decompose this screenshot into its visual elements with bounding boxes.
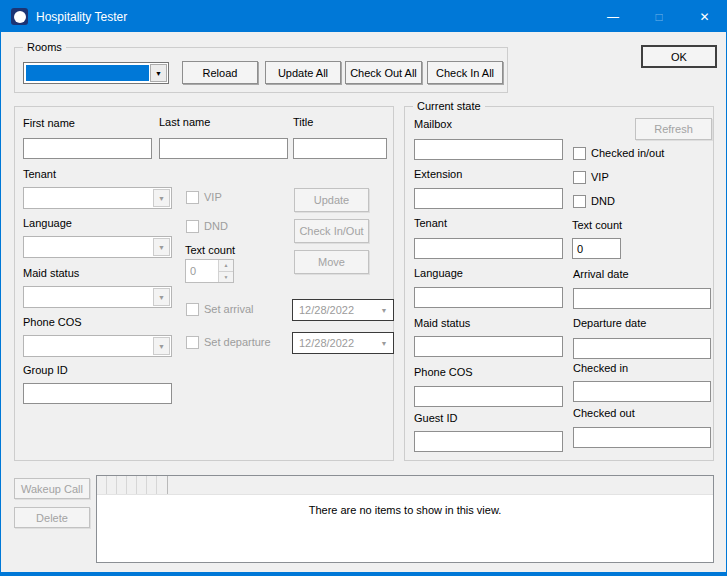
- ok-button[interactable]: OK: [641, 45, 717, 68]
- update-all-button[interactable]: Update All: [265, 61, 341, 84]
- state-tenant-input[interactable]: [414, 238, 563, 259]
- state-vip-checkbox[interactable]: [573, 171, 586, 184]
- departure-date-value: 12/28/2022: [299, 337, 377, 349]
- extension-input[interactable]: [414, 188, 563, 209]
- state-dnd-label: DND: [591, 195, 615, 207]
- chevron-down-icon[interactable]: ▼: [153, 238, 170, 256]
- last-name-label: Last name: [159, 116, 210, 128]
- phone-cos-combobox-selection: [26, 338, 152, 354]
- listview-column[interactable]: [127, 476, 137, 494]
- maid-status-combobox[interactable]: ▼: [23, 286, 172, 308]
- spinner-buttons: ▲ ▼: [218, 260, 233, 282]
- title-label: Title: [293, 116, 313, 128]
- check-out-all-button[interactable]: Check Out All: [345, 61, 422, 84]
- listview-column[interactable]: [157, 476, 167, 494]
- current-state-group: Current state Refresh Mailbox Checked in…: [404, 106, 714, 461]
- reload-button[interactable]: Reload: [182, 61, 258, 84]
- checked-out-input[interactable]: [573, 427, 711, 448]
- state-text-count-label: Text count: [572, 219, 622, 231]
- title-input[interactable]: [293, 138, 387, 159]
- state-phone-cos-input[interactable]: [414, 386, 563, 407]
- wakeup-call-button[interactable]: Wakeup Call: [14, 478, 90, 499]
- phone-cos-combobox[interactable]: ▼: [23, 335, 172, 357]
- rooms-combobox[interactable]: ▼: [23, 62, 169, 84]
- spinner-up-icon[interactable]: ▲: [219, 260, 233, 272]
- refresh-button[interactable]: Refresh: [635, 118, 712, 140]
- set-arrival-checkbox[interactable]: [186, 303, 199, 316]
- text-count-value[interactable]: [186, 260, 218, 282]
- set-arrival-label: Set arrival: [204, 303, 254, 315]
- check-in-all-button[interactable]: Check In All: [427, 61, 503, 84]
- checked-in-label: Checked in: [573, 362, 628, 374]
- first-name-input[interactable]: [23, 138, 152, 159]
- guest-id-label: Guest ID: [414, 412, 457, 424]
- window-bottom-border: [1, 572, 726, 575]
- dnd-checkbox[interactable]: [186, 220, 199, 233]
- state-tenant-label: Tenant: [414, 217, 447, 229]
- chevron-down-icon[interactable]: ▼: [377, 307, 391, 314]
- rooms-group: Rooms ▼ Reload Update All Check Out All …: [14, 47, 508, 93]
- update-button[interactable]: Update: [294, 188, 369, 212]
- arrival-date-value: 12/28/2022: [299, 304, 377, 316]
- checked-in-input[interactable]: [573, 381, 711, 402]
- group-id-input[interactable]: [23, 383, 172, 404]
- text-count-spinner[interactable]: ▲ ▼: [185, 259, 234, 283]
- state-text-count-input[interactable]: [572, 238, 621, 259]
- state-dnd-checkbox[interactable]: [573, 195, 586, 208]
- state-maid-status-input[interactable]: [414, 336, 563, 357]
- state-language-input[interactable]: [414, 287, 563, 308]
- listview-header[interactable]: [97, 476, 713, 495]
- arrival-date-picker[interactable]: 12/28/2022 ▼: [292, 299, 394, 321]
- tenant-label: Tenant: [23, 168, 56, 180]
- checked-out-label: Checked out: [573, 407, 635, 419]
- chevron-down-icon[interactable]: ▼: [150, 64, 167, 82]
- tenant-combobox[interactable]: ▼: [23, 187, 172, 209]
- arrival-date-input[interactable]: [573, 288, 711, 309]
- move-button[interactable]: Move: [294, 250, 369, 274]
- app-user-icon: [11, 8, 28, 25]
- language-combobox[interactable]: ▼: [23, 236, 172, 258]
- current-state-group-label: Current state: [413, 100, 485, 112]
- delete-button[interactable]: Delete: [14, 507, 90, 528]
- set-departure-checkbox[interactable]: [186, 336, 199, 349]
- minimize-icon[interactable]: —: [590, 1, 636, 32]
- group-id-label: Group ID: [23, 364, 68, 376]
- listview-column[interactable]: [137, 476, 147, 494]
- language-label: Language: [23, 217, 72, 229]
- listview-column[interactable]: [147, 476, 157, 494]
- vip-checkbox[interactable]: [186, 191, 199, 204]
- state-maid-status-label: Maid status: [414, 317, 470, 329]
- close-icon[interactable]: ✕: [681, 1, 727, 32]
- spinner-down-icon[interactable]: ▼: [219, 272, 233, 283]
- mailbox-input[interactable]: [414, 139, 563, 160]
- checked-in-out-label: Checked in/out: [591, 147, 664, 159]
- dnd-label: DND: [204, 220, 228, 232]
- maximize-icon[interactable]: □: [636, 1, 682, 32]
- listview-columns[interactable]: [97, 476, 168, 494]
- departure-date-picker[interactable]: 12/28/2022 ▼: [292, 332, 394, 354]
- chevron-down-icon[interactable]: ▼: [153, 288, 170, 306]
- listview-column[interactable]: [107, 476, 117, 494]
- tenant-combobox-selection: [26, 190, 152, 206]
- arrival-date-label: Arrival date: [573, 268, 629, 280]
- hospitality-tester-window: Hospitality Tester — □ ✕ Rooms ▼ Reload …: [0, 0, 727, 576]
- checked-in-out-checkbox[interactable]: [573, 147, 586, 160]
- maid-status-combobox-selection: [26, 289, 152, 305]
- chevron-down-icon[interactable]: ▼: [377, 340, 391, 347]
- titlebar: Hospitality Tester — □ ✕: [1, 1, 726, 32]
- extension-label: Extension: [414, 168, 462, 180]
- text-count-label: Text count: [185, 244, 235, 256]
- guest-id-input[interactable]: [414, 431, 563, 452]
- set-departure-label: Set departure: [204, 336, 271, 348]
- wakeup-call-listview[interactable]: There are no items to show in this view.: [96, 475, 714, 563]
- check-in-out-button[interactable]: Check In/Out: [294, 219, 369, 243]
- last-name-input[interactable]: [159, 138, 288, 159]
- language-combobox-selection: [26, 239, 152, 255]
- chevron-down-icon[interactable]: ▼: [153, 337, 170, 355]
- listview-empty-message: There are no items to show in this view.: [97, 504, 713, 516]
- chevron-down-icon[interactable]: ▼: [153, 189, 170, 207]
- listview-column[interactable]: [97, 476, 107, 494]
- departure-date-input[interactable]: [573, 338, 711, 359]
- rooms-combobox-selection: [26, 65, 149, 81]
- listview-column[interactable]: [117, 476, 127, 494]
